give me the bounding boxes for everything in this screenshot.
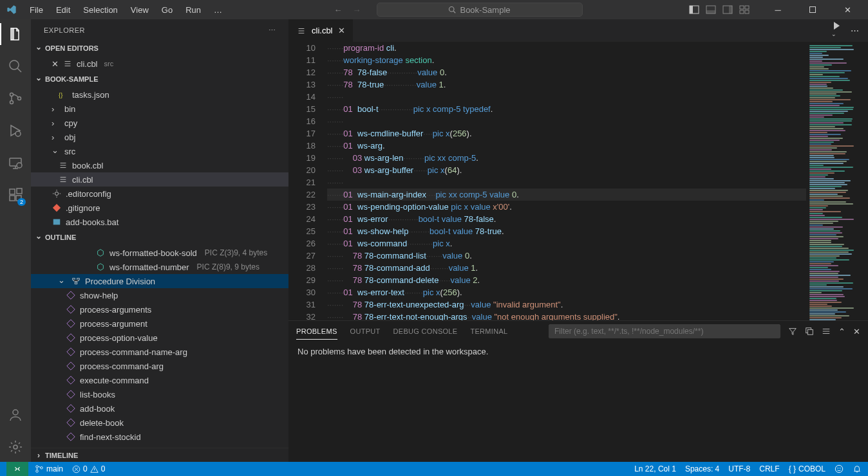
svg-point-16 bbox=[10, 101, 14, 104]
panel-tab-output[interactable]: OUTPUT bbox=[350, 324, 381, 340]
activity-source-control-icon[interactable] bbox=[0, 89, 31, 108]
svg-rect-33 bbox=[75, 282, 77, 284]
svg-rect-43 bbox=[67, 419, 75, 426]
panel-tab-terminal[interactable]: TERMINAL bbox=[470, 324, 507, 340]
outline-item[interactable]: process-argument bbox=[31, 316, 288, 331]
close-icon[interactable]: ✕ bbox=[52, 59, 59, 69]
svg-rect-30 bbox=[53, 219, 61, 225]
command-center-text: Book-Sample bbox=[460, 5, 510, 15]
outline-item[interactable]: list-books bbox=[31, 387, 288, 401]
window-minimize-icon[interactable]: ─ bbox=[764, 0, 792, 19]
status-position[interactable]: Ln 22, Col 1 bbox=[634, 464, 676, 473]
chevron-icon bbox=[52, 147, 61, 156]
problems-filter-input[interactable] bbox=[549, 324, 780, 338]
run-icon[interactable]: ⌄ bbox=[831, 21, 842, 41]
section-open-editors[interactable]: OPEN EDITORS bbox=[31, 41, 288, 55]
outline-item[interactable]: process-option-value bbox=[31, 331, 288, 345]
layout-customize-icon[interactable] bbox=[739, 5, 750, 15]
status-language[interactable]: { } COBOL bbox=[789, 464, 826, 473]
menu-go[interactable]: Go bbox=[156, 3, 178, 17]
svg-rect-44 bbox=[67, 433, 75, 441]
tree-item[interactable]: bin bbox=[31, 102, 288, 116]
editor-more-icon[interactable]: ⋯ bbox=[851, 26, 859, 35]
outline-item[interactable]: delete-book bbox=[31, 416, 288, 430]
outline-item[interactable]: show-help bbox=[31, 288, 288, 302]
status-bell-icon[interactable] bbox=[853, 464, 862, 473]
tree-item[interactable]: cli.cbl bbox=[31, 172, 288, 187]
view-as-list-icon[interactable] bbox=[822, 327, 831, 336]
open-editor-item[interactable]: ✕ cli.cbl src bbox=[31, 57, 288, 71]
minimap[interactable] bbox=[806, 42, 868, 320]
symbol-icon bbox=[66, 417, 76, 428]
menu-view[interactable]: View bbox=[126, 3, 154, 17]
nav-back-icon[interactable]: ← bbox=[334, 5, 343, 15]
outline-item[interactable]: process-arguments bbox=[31, 302, 288, 316]
tab-close-icon[interactable]: ✕ bbox=[338, 26, 345, 35]
tree-item[interactable]: obj bbox=[31, 130, 288, 144]
activity-settings-icon[interactable] bbox=[0, 437, 31, 457]
command-center[interactable]: Book-Sample bbox=[377, 3, 583, 17]
status-feedback-icon[interactable] bbox=[835, 464, 844, 473]
collapse-all-icon[interactable] bbox=[805, 327, 814, 336]
symbol-icon bbox=[66, 375, 76, 385]
tree-item[interactable]: book.cbl bbox=[31, 158, 288, 172]
tree-item[interactable]: cpy bbox=[31, 116, 288, 130]
status-eol[interactable]: CRLF bbox=[759, 464, 779, 473]
activity-extensions-icon[interactable]: 2 bbox=[0, 185, 31, 205]
sidebar-more-icon[interactable]: ⋯ bbox=[269, 26, 276, 35]
section-timeline[interactable]: TIMELINE bbox=[31, 448, 288, 462]
remote-indicator[interactable] bbox=[6, 462, 28, 476]
svg-point-17 bbox=[18, 97, 21, 100]
problems-message: No problems have been detected in the wo… bbox=[297, 347, 488, 356]
outline-item[interactable]: Procedure Division bbox=[31, 274, 288, 288]
activity-run-debug-icon[interactable] bbox=[0, 121, 31, 140]
layout-panel-icon[interactable] bbox=[706, 5, 716, 15]
window-maximize-icon[interactable] bbox=[798, 0, 827, 19]
window-close-icon[interactable]: ✕ bbox=[833, 0, 862, 19]
panel-maximize-icon[interactable]: ⌃ bbox=[838, 327, 845, 336]
layout-sidebar-right-icon[interactable] bbox=[722, 5, 733, 15]
panel-tab-debug-console[interactable]: DEBUG CONSOLE bbox=[393, 324, 458, 340]
status-problems[interactable]: 0 0 bbox=[72, 464, 105, 473]
svg-rect-46 bbox=[807, 329, 813, 334]
outline-item[interactable]: add-book bbox=[31, 401, 288, 416]
panel-close-icon[interactable]: ✕ bbox=[853, 327, 860, 336]
outline-item[interactable]: ws-formatted-numberPIC Z(8)9, 9 bytes bbox=[31, 260, 288, 274]
editor-tab[interactable]: cli.cbl ✕ bbox=[288, 19, 354, 42]
tree-item[interactable]: .editorconfig bbox=[31, 187, 288, 201]
nav-forward-icon[interactable]: → bbox=[353, 5, 361, 15]
svg-rect-37 bbox=[67, 334, 75, 342]
menu-more[interactable]: … bbox=[209, 3, 227, 17]
bottom-panel: PROBLEMS OUTPUT DEBUG CONSOLE TERMINAL ⌃… bbox=[288, 320, 868, 462]
panel-tab-problems[interactable]: PROBLEMS bbox=[296, 324, 337, 340]
status-spaces[interactable]: Spaces: 4 bbox=[685, 464, 719, 473]
code-content[interactable]: ·······program-id cli.·······working-sto… bbox=[327, 42, 806, 320]
menu-file[interactable]: File bbox=[24, 3, 48, 17]
menu-edit[interactable]: Edit bbox=[51, 3, 75, 17]
status-branch[interactable]: main bbox=[35, 464, 63, 473]
svg-point-51 bbox=[835, 465, 842, 472]
outline-item[interactable]: process-command-arg bbox=[31, 359, 288, 373]
section-outline[interactable]: OUTLINE bbox=[31, 230, 288, 244]
menu-run[interactable]: Run bbox=[180, 3, 206, 17]
svg-rect-12 bbox=[810, 7, 816, 13]
outline-item[interactable]: process-command-name-arg bbox=[31, 345, 288, 359]
filter-icon[interactable] bbox=[788, 327, 797, 336]
svg-point-49 bbox=[41, 467, 43, 470]
outline-item[interactable]: execute-command bbox=[31, 373, 288, 387]
activity-remote-icon[interactable] bbox=[0, 153, 31, 172]
outline-item[interactable]: ws-formatted-book-soldPIC Z(3)9, 4 bytes bbox=[31, 246, 288, 260]
layout-sidebar-left-icon[interactable] bbox=[689, 5, 699, 15]
activity-explorer-icon[interactable] bbox=[0, 24, 31, 44]
tree-item[interactable]: add-books.bat bbox=[31, 215, 288, 229]
outline-item[interactable]: find-next-stockid bbox=[31, 430, 288, 444]
section-folder[interactable]: BOOK-SAMPLE bbox=[31, 72, 288, 86]
tree-item[interactable]: src bbox=[31, 144, 288, 158]
menu-selection[interactable]: Selection bbox=[78, 3, 122, 17]
activity-accounts-icon[interactable] bbox=[0, 405, 31, 425]
activity-search-icon[interactable] bbox=[0, 57, 31, 76]
symbol-icon bbox=[66, 333, 76, 343]
tree-item[interactable]: {}tasks.json bbox=[31, 87, 288, 102]
status-encoding[interactable]: UTF-8 bbox=[728, 464, 750, 473]
tree-item[interactable]: .gitignore bbox=[31, 201, 288, 215]
